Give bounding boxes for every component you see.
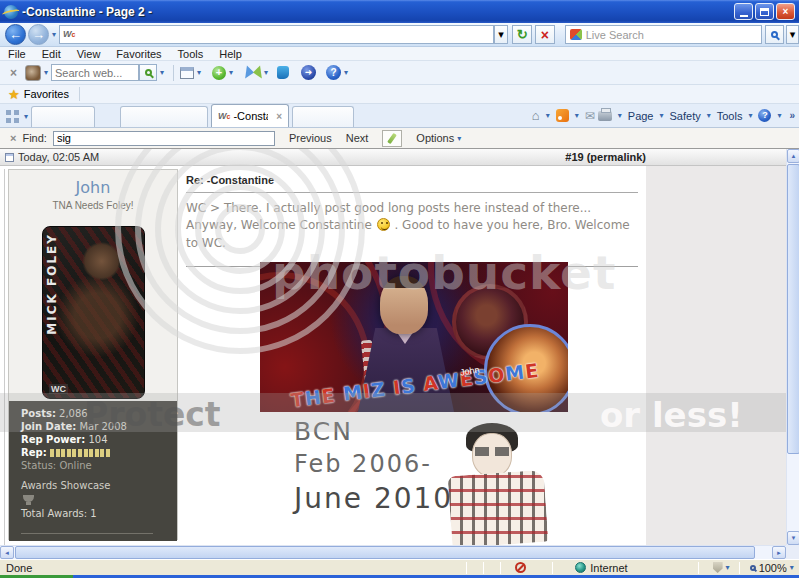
home-dropdown[interactable]: ▾ (546, 111, 550, 120)
tab-constantine[interactable]: Wc -Constantin... × (211, 104, 289, 127)
tab-close-icon[interactable]: × (276, 111, 282, 122)
post-timestamp: Today, 02:05 AM (18, 151, 99, 163)
home-icon[interactable]: ⌂ (532, 108, 540, 123)
award-trophy-icon[interactable] (23, 495, 34, 502)
menu-edit[interactable]: Edit (42, 48, 61, 60)
permalink-link[interactable]: #19 (permalink) (565, 151, 646, 163)
globe-arrow-icon[interactable]: ➜ (301, 65, 316, 80)
more-commands-chevron[interactable]: » (789, 110, 795, 121)
window-resize-dropdown[interactable]: ▾ (197, 68, 201, 77)
quick-tabs-icon[interactable] (6, 110, 19, 123)
online-status: Status: Online (21, 460, 177, 471)
tab-list-dropdown[interactable]: ▾ (24, 112, 28, 121)
menu-file[interactable]: File (8, 48, 26, 60)
addon-toolbar: × ▾ ▾ ▾ + ▾ ▾ ➜ ? ▾ (0, 61, 799, 85)
nav-history-dropdown[interactable]: ▾ (52, 30, 56, 39)
address-input[interactable] (75, 29, 489, 41)
address-field[interactable]: Wc (59, 25, 494, 44)
stop-button[interactable]: × (535, 25, 555, 44)
table-border-line (4, 169, 5, 545)
username-link[interactable]: John (9, 178, 177, 197)
post-body-cell: Re: -Constantine WC > There. I actually … (186, 169, 646, 545)
favorites-star-icon[interactable]: ★ (8, 87, 20, 102)
menu-favorites[interactable]: Favorites (116, 48, 161, 60)
toolbar-close-icon[interactable]: × (10, 66, 17, 80)
search-button[interactable] (765, 25, 785, 44)
zoom-dropdown[interactable]: ▾ (790, 563, 794, 572)
search-options-dropdown[interactable]: ▾ (786, 25, 799, 44)
add-button-icon[interactable]: + (212, 66, 226, 80)
back-button[interactable]: ← (5, 24, 26, 45)
tab-2[interactable] (120, 106, 208, 127)
help-icon[interactable]: ? (758, 109, 771, 122)
tools-menu[interactable]: Tools (717, 110, 743, 122)
maximize-button[interactable] (755, 3, 774, 20)
msn-dropdown[interactable]: ▾ (264, 68, 268, 77)
toolbar-logo-dropdown[interactable]: ▾ (44, 68, 48, 77)
vertical-scrollbar[interactable]: ▲ ▼ (786, 149, 799, 545)
window-resize-icon[interactable] (180, 67, 194, 79)
page-dropdown[interactable]: ▾ (660, 111, 664, 120)
horizontal-scrollbar[interactable]: ◄ ► (0, 545, 786, 559)
scroll-down-icon[interactable]: ▼ (787, 531, 799, 545)
find-options-button[interactable]: Options (416, 132, 454, 144)
tools-dropdown[interactable]: ▾ (748, 111, 752, 120)
toolbar-help-dropdown[interactable]: ▾ (344, 68, 348, 77)
refresh-button[interactable]: ↻ (512, 25, 532, 44)
scroll-left-icon[interactable]: ◄ (0, 546, 14, 559)
address-dropdown[interactable]: ▾ (494, 25, 509, 44)
scroll-right-icon[interactable]: ► (772, 546, 786, 559)
favorites-separator (79, 87, 80, 101)
help-dropdown[interactable]: ▾ (777, 111, 781, 120)
signature-image-miz[interactable]: THE MIZ IS AWESOME John (260, 262, 568, 412)
add-dropdown[interactable]: ▾ (229, 68, 233, 77)
toolbar-help-icon[interactable]: ? (326, 65, 341, 80)
rss-dropdown[interactable]: ▾ (575, 111, 579, 120)
menu-tools[interactable]: Tools (178, 48, 204, 60)
live-search-box[interactable]: Live Search (565, 25, 762, 44)
toolbar-search-button[interactable] (139, 64, 157, 81)
favorites-label[interactable]: Favorites (24, 88, 69, 100)
menu-help[interactable]: Help (219, 48, 242, 60)
messenger-icon[interactable] (277, 66, 289, 79)
toolbar-search-dropdown[interactable]: ▾ (160, 68, 164, 77)
tab-1[interactable] (31, 106, 95, 127)
safety-dropdown[interactable]: ▾ (707, 111, 711, 120)
find-close-icon[interactable]: × (10, 132, 16, 144)
signature-image-bcn[interactable]: BCN Feb 2006- June 2010 (262, 415, 570, 545)
tab-4[interactable] (292, 106, 354, 127)
print-icon[interactable] (598, 111, 612, 121)
vertical-scroll-thumb[interactable] (787, 164, 799, 454)
forward-button[interactable]: → (28, 24, 49, 45)
zoom-icon[interactable] (750, 565, 756, 571)
menu-view[interactable]: View (77, 48, 101, 60)
protected-mode-icon[interactable] (713, 562, 723, 573)
protected-mode-dropdown[interactable]: ▾ (726, 563, 730, 572)
read-mail-icon[interactable]: ✉ (585, 109, 595, 123)
status-separator (500, 562, 501, 574)
find-input[interactable] (53, 131, 275, 146)
msn-butterfly-icon[interactable] (246, 66, 261, 79)
minimize-button[interactable] (734, 3, 753, 20)
print-dropdown[interactable]: ▾ (618, 111, 622, 120)
close-button[interactable]: × (776, 3, 795, 20)
find-previous-button[interactable]: Previous (289, 132, 332, 144)
favorites-bar: ★ Favorites (0, 85, 799, 104)
find-options-dropdown[interactable]: ▾ (457, 134, 461, 143)
find-next-button[interactable]: Next (346, 132, 369, 144)
user-stats-block: Posts: 2,086 Join Date: Mar 2008 Rep Pow… (9, 401, 177, 541)
page-content: Today, 02:05 AM #19 (permalink) John TNA… (0, 149, 786, 545)
ie-logo-icon (4, 5, 18, 19)
page-menu[interactable]: Page (628, 110, 654, 122)
highlight-button[interactable] (382, 130, 402, 147)
zoom-level[interactable]: 100% (759, 562, 787, 574)
scroll-up-icon[interactable]: ▲ (787, 149, 799, 163)
safety-menu[interactable]: Safety (670, 110, 701, 122)
horizontal-scroll-thumb[interactable] (15, 546, 755, 559)
status-bar: Done Internet ▾ 100% ▾ (0, 559, 799, 575)
toolbar-search-input[interactable] (55, 67, 135, 79)
toolbar-logo-icon[interactable] (25, 65, 41, 81)
toolbar-search-field[interactable] (51, 64, 139, 81)
user-avatar[interactable]: MICK FOLEY WC (42, 226, 145, 399)
rss-feed-icon[interactable] (556, 109, 569, 122)
